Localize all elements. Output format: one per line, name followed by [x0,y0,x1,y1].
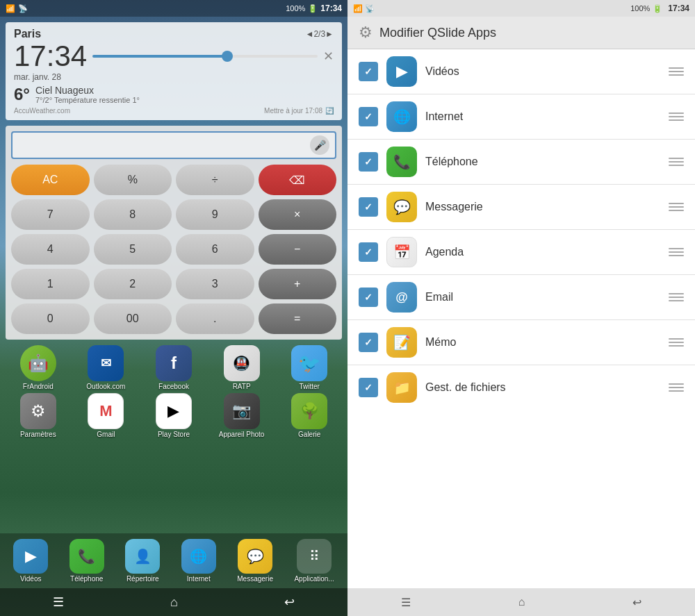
calc-9-button[interactable]: 9 [176,199,254,230]
calc-8-button[interactable]: 8 [94,199,172,230]
app-icon-twitter[interactable]: 🐦 Twitter [277,345,342,390]
app-icon-ratp[interactable]: 🚇 RATP [209,345,275,390]
handle-videos[interactable] [669,67,684,76]
calc-7-button[interactable]: 7 [11,199,90,230]
dock-contacts[interactable]: 👤 Répertoire [125,539,160,583]
checkbox-messagerie[interactable]: ✓ [359,197,378,217]
calc-multiply-button[interactable]: × [259,199,337,230]
weather-update[interactable]: Mettre à jour 17:08 🔄 [264,107,334,115]
handle-line [669,338,684,340]
close-button[interactable]: ✕ [323,49,334,64]
handle-memo[interactable] [669,338,684,347]
handle-agenda[interactable] [669,248,684,256]
handle-line [669,203,684,204]
weather-header: Paris ◄2/3► [14,28,334,40]
calc-plus-button[interactable]: + [259,269,337,299]
handle-line [669,251,684,253]
checkbox-agenda[interactable]: ✓ [359,242,378,262]
gmail-label: Gmail [97,431,115,438]
list-item-memo[interactable]: ✓ 📝 Mémo [348,320,695,365]
dock-internet-icon: 🌐 [181,539,216,574]
dock-messaging-label: Messagerie [237,575,273,583]
facebook-label: Facebook [158,383,189,390]
calc-minus-button[interactable]: − [259,234,337,265]
dock-apps[interactable]: ⠿ Application... [294,539,334,583]
left-home-button[interactable]: ⌂ [159,592,189,613]
weather-detail: 7°/2° Température ressentie 1° [35,96,140,104]
icon-videos: ▶ [386,56,417,87]
gmail-icon: M [88,393,124,429]
left-menu-button[interactable]: ☰ [42,592,75,613]
weather-time-row: 17:34 ✕ [14,42,334,71]
calc-2-button[interactable]: 2 [94,269,172,299]
dock-videos[interactable]: ▶ Vidéos [13,539,48,583]
app-icon-settings[interactable]: ⚙ Paramètres [6,393,71,438]
handle-line [669,206,684,208]
list-item-agenda[interactable]: ✓ 📅 Agenda [348,230,695,275]
calc-ac-button[interactable]: AC [11,165,90,195]
weather-nav[interactable]: ◄2/3► [306,29,334,39]
calc-dot-button[interactable]: . [176,303,254,334]
app-icon-outlook[interactable]: ✉ Outlook.com [74,345,139,390]
label-agenda: Agenda [425,246,660,258]
checkbox-email[interactable]: ✓ [359,288,378,307]
frandroid-icon: 🤖 [20,345,56,381]
calc-6-button[interactable]: 6 [176,234,254,265]
weather-brightness-slider[interactable] [92,55,318,58]
list-item-email[interactable]: ✓ @ Email [348,275,695,320]
weather-date: mar. janv. 28 [14,72,334,82]
dock-messaging-icon: 💬 [238,539,272,574]
dock-videos-label: Vidéos [20,575,41,583]
refresh-icon: 🔄 [325,107,334,115]
app-icon-gmail[interactable]: M Gmail [74,393,139,438]
list-item-internet[interactable]: ✓ 🌐 Internet [348,94,695,140]
handle-line [669,248,684,249]
calculator-display: 🎤 [11,131,336,159]
app-icon-playstore[interactable]: ▶ Play Store [141,393,206,438]
dock-messaging[interactable]: 💬 Messagerie [237,539,273,583]
handle-files[interactable] [669,383,684,392]
left-back-button[interactable]: ↩ [273,592,306,613]
calc-0-button[interactable]: 0 [11,303,90,334]
checkbox-memo[interactable]: ✓ [359,333,378,352]
calc-backspace-button[interactable]: ⌫ [259,165,337,195]
app-icon-frandroid[interactable]: 🤖 FrAndroid [6,345,71,390]
app-icon-facebook[interactable]: f Facebook [141,345,206,390]
checkbox-telephone[interactable]: ✓ [359,152,378,172]
handle-line [669,293,684,294]
app-icon-camera[interactable]: 📷 Appareil Photo [209,393,275,438]
mic-button[interactable]: 🎤 [310,135,329,155]
checkbox-videos[interactable]: ✓ [359,62,378,81]
dock-internet-label: Internet [187,575,211,583]
handle-messagerie[interactable] [669,203,684,211]
calc-percent-button[interactable]: % [94,165,172,195]
calc-1-button[interactable]: 1 [11,269,90,299]
left-status-bar: 📶 📡 100% 🔋 17:34 [0,0,348,17]
list-item-telephone[interactable]: ✓ 📞 Téléphone [348,140,695,185]
right-back-button[interactable]: ↩ [621,593,653,612]
app-icon-gallery[interactable]: 🌳 Galerie [277,393,342,438]
handle-line [669,67,684,69]
handle-internet[interactable] [669,113,684,121]
calc-3-button[interactable]: 3 [176,269,254,299]
weather-source: AccuWeather.com [14,107,70,115]
list-item-messagerie[interactable]: ✓ 💬 Messagerie [348,185,695,230]
right-home-button[interactable]: ⌂ [507,593,537,611]
dock-contacts-icon: 👤 [125,539,160,574]
right-header-title: Modifier QSlide Apps [379,26,496,40]
dock-internet[interactable]: 🌐 Internet [181,539,216,583]
checkbox-internet[interactable]: ✓ [359,107,378,126]
calc-4-button[interactable]: 4 [11,234,90,265]
calc-5-button[interactable]: 5 [94,234,172,265]
calc-equals-button[interactable]: = [259,303,337,334]
right-menu-button[interactable]: ☰ [390,593,422,612]
dock-phone[interactable]: 📞 Téléphone [70,539,104,583]
handle-email[interactable] [669,293,684,301]
list-item-files[interactable]: ✓ 📁 Gest. de fichiers [348,365,695,410]
calc-00-button[interactable]: 00 [94,303,172,334]
handle-telephone[interactable] [669,158,684,166]
calc-divide-button[interactable]: ÷ [176,165,254,195]
checkbox-files[interactable]: ✓ [359,378,378,397]
dock-videos-icon: ▶ [13,539,48,574]
list-item-videos[interactable]: ✓ ▶ Vidéos [348,49,695,94]
